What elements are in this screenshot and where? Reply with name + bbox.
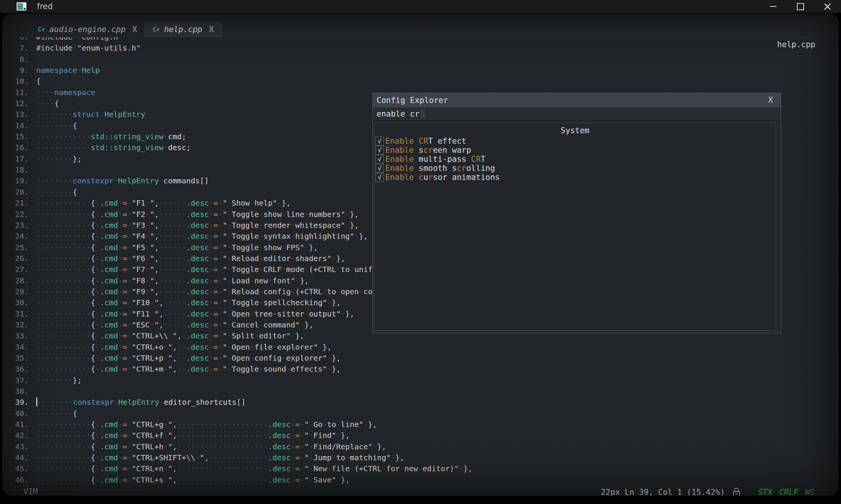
- line-number: 37.: [8, 375, 29, 386]
- checkbox-checked-icon[interactable]: √: [375, 137, 384, 146]
- tab-close-icon[interactable]: X: [209, 25, 214, 34]
- active-filename-overlay: help.cpp: [777, 40, 815, 49]
- close-button[interactable]: ×: [814, 0, 841, 13]
- code-text: ············{·.cmd·=·"CTRL+n·",·········…: [36, 463, 472, 474]
- code-text: ············{·.cmd·=·"CTRL+f·",·········…: [36, 430, 350, 441]
- line-number: 18.: [8, 164, 29, 175]
- config-option[interactable]: √Enable CRT effect: [374, 137, 776, 146]
- tab-help.cpp[interactable]: C+help.cppX: [145, 22, 221, 37]
- code-line[interactable]: 42.············{·.cmd·=·"CTRL+f·",······…: [8, 430, 839, 441]
- line-number: 38.: [8, 386, 29, 397]
- line-number: 25.: [8, 242, 29, 253]
- line-number: 34.: [8, 342, 29, 353]
- line-number: 22.: [8, 209, 29, 220]
- code-line[interactable]: 34.············{·.cmd·=·"CTRL+o·",··.des…: [8, 342, 839, 353]
- code-text: ············{·.cmd·=·"F6·",······.desc·=…: [36, 253, 345, 264]
- code-line[interactable]: 10.{: [8, 76, 839, 87]
- line-number: 45.: [8, 463, 29, 474]
- section-header: System: [374, 125, 776, 136]
- line-number: 20.: [8, 187, 29, 198]
- config-search-input[interactable]: enable cr: [373, 108, 781, 121]
- line-number: 12.: [8, 98, 29, 109]
- popup-body: System √Enable CRT effect√Enable screen …: [374, 123, 776, 331]
- line-number: 32.: [8, 320, 29, 330]
- code-line[interactable]: 36.············{·.cmd·=·"CTRL+m·",··.des…: [8, 364, 839, 375]
- code-text: ········};: [36, 375, 81, 386]
- tab-bar: C+audio-engine.cppXC+help.cppX: [2, 22, 839, 37]
- code-line[interactable]: 41.············{·.cmd·=·"CTRL+g·",······…: [8, 419, 839, 430]
- line-number: 28.: [8, 275, 29, 286]
- code-text: ············{·.cmd·=·"F11·",·····.desc·=…: [36, 309, 354, 320]
- code-text: ········{: [36, 120, 77, 131]
- config-option[interactable]: √Enable multi-pass CRT: [374, 155, 776, 164]
- line-number: 30.: [8, 297, 29, 308]
- status-flag-STX: STX: [758, 488, 772, 496]
- lock-icon: [732, 487, 741, 496]
- line-number: 39.: [8, 397, 29, 408]
- code-line[interactable]: 44.············{·.cmd·=·"CTRL+SHIFT+\\·"…: [8, 452, 839, 463]
- tab-close-icon[interactable]: X: [132, 25, 137, 34]
- code-text: ············{·.cmd·=·"F9·",······.desc·=…: [36, 286, 414, 297]
- config-option[interactable]: √Enable screen warp: [374, 146, 776, 155]
- line-number: 21.: [8, 198, 29, 209]
- code-line[interactable]: 43.············{·.cmd·=·"CTRL+h·",······…: [8, 441, 839, 452]
- code-line[interactable]: 37.········};: [8, 375, 839, 386]
- status-flag-WS: WS: [805, 488, 815, 496]
- line-number: 41.: [8, 419, 29, 430]
- line-number: 36.: [8, 364, 29, 375]
- line-number: 10.: [8, 76, 29, 87]
- status-flags: STXCRLFWS: [758, 488, 815, 496]
- crt-screen: C+audio-engine.cppXC+help.cppX help.cpp …: [2, 14, 839, 496]
- editor-mode: VIM: [23, 487, 38, 496]
- line-number: 8.: [8, 54, 29, 65]
- code-text: ············{·.cmd·=·"CTRL+g·",·········…: [36, 419, 377, 430]
- line-number: 46.: [8, 475, 29, 484]
- checkbox-checked-icon[interactable]: √: [375, 164, 384, 173]
- code-line[interactable]: 38.: [8, 386, 839, 397]
- tab-audio-engine.cpp[interactable]: C+audio-engine.cppX: [30, 22, 145, 37]
- code-line[interactable]: 39.········constexpr·HelpEntry·editor_sh…: [8, 397, 839, 408]
- code-text: ············{·.cmd·=·"ESC·",·····.desc·=…: [36, 320, 314, 330]
- code-text: ············{·.cmd·=·"F3·",······.desc·=…: [36, 220, 359, 231]
- code-line[interactable]: 40.········{: [8, 408, 839, 419]
- line-number: 33.: [8, 330, 29, 341]
- config-option[interactable]: √Enable smooth scrolling: [374, 164, 776, 173]
- line-number: 44.: [8, 452, 29, 463]
- maximize-button[interactable]: [787, 0, 814, 13]
- code-line[interactable]: 45.············{·.cmd·=·"CTRL+n·",······…: [8, 463, 839, 474]
- code-text: ····namespace: [36, 87, 95, 98]
- code-text: ············{·.cmd·=·"F5·",······.desc·=…: [36, 242, 318, 253]
- fred-app-icon: [17, 2, 26, 11]
- code-text: ············{·.cmd·=·"F10·",·····.desc·=…: [36, 297, 341, 308]
- popup-close-icon[interactable]: X: [768, 95, 773, 104]
- code-line[interactable]: 7.#include·"enum-utils.h": [8, 43, 839, 54]
- code-text: ············{·.cmd·=·"F4·",······.desc·=…: [36, 231, 368, 242]
- config-option[interactable]: √Enable cursor animations: [374, 173, 776, 182]
- code-line[interactable]: 46.············{·.cmd·=·"CTRL+s·",······…: [8, 475, 839, 484]
- line-number: 23.: [8, 220, 29, 231]
- code-line[interactable]: 8.: [8, 54, 839, 65]
- code-text: ············{·.cmd·=·"CTRL+SHIFT+\\·",··…: [36, 452, 404, 463]
- cpp-file-icon: C+: [38, 26, 45, 33]
- checkbox-checked-icon[interactable]: √: [375, 173, 384, 182]
- maximize-icon: [797, 3, 804, 10]
- tab-label: audio-engine.cpp: [49, 25, 125, 34]
- popup-titlebar: Config Explorer X: [373, 93, 781, 108]
- line-number: 42.: [8, 430, 29, 441]
- code-text: {: [36, 76, 41, 87]
- window-title: fred: [37, 2, 53, 11]
- code-text: #include·"enum-utils.h": [36, 43, 141, 54]
- tab-label: help.cpp: [164, 25, 202, 34]
- code-text: namespace·Help: [36, 65, 100, 76]
- code-text: ····{: [36, 98, 59, 109]
- code-line[interactable]: 9.namespace·Help: [8, 65, 839, 76]
- minimize-button[interactable]: [760, 0, 787, 13]
- code-text: ············{·.cmd·=·"CTRL+\\·",·.desc·=…: [36, 330, 304, 341]
- checkbox-checked-icon[interactable]: √: [375, 146, 384, 155]
- line-number: 29.: [8, 286, 29, 297]
- checkbox-checked-icon[interactable]: √: [375, 155, 384, 164]
- search-value: enable cr: [377, 109, 420, 118]
- line-number: 15.: [8, 131, 29, 142]
- code-line[interactable]: 35.············{·.cmd·=·"CTRL+p·",··.des…: [8, 353, 839, 364]
- line-number: 17.: [8, 154, 29, 164]
